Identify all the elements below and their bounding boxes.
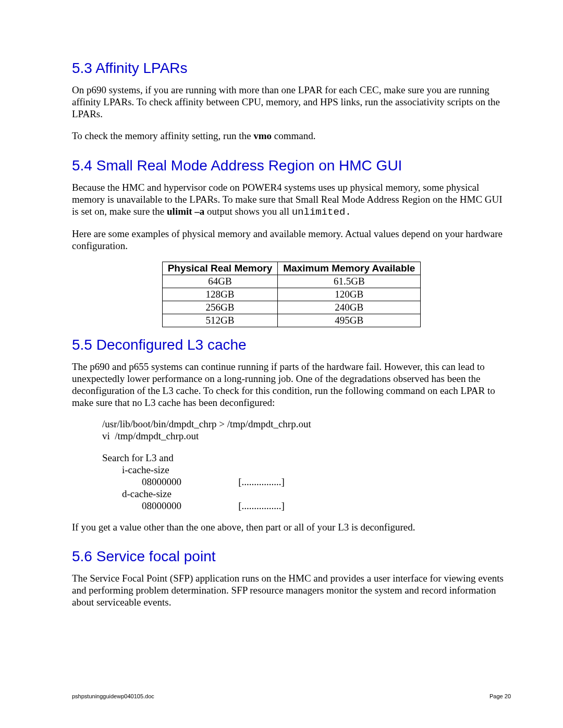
code-line: /usr/lib/boot/bin/dmpdt_chrp > /tmp/dmpd… [102,418,511,430]
cell: 256GB [162,301,278,314]
cell: 240GB [278,301,421,314]
table-row: 128GB 120GB [162,288,421,301]
cell: 495GB [278,314,421,327]
table-row: 256GB 240GB [162,301,421,314]
th-physical: Physical Real Memory [162,262,278,275]
cell: 64GB [162,275,278,288]
th-available: Maximum Memory Available [278,262,421,275]
code-line: vi /tmp/dmpdt_chrp.out [102,430,511,442]
code-line: 08000000 [................] [102,476,511,488]
text: command. [272,130,315,141]
table-row: 64GB 61.5GB [162,275,421,288]
document-page: 5.3 Affinity LPARs On p690 systems, if y… [0,0,563,608]
cell: 61.5GB [278,275,421,288]
footer-filename: pshpstuningguidewp040105.doc [72,693,154,699]
heading-5-3: 5.3 Affinity LPARs [72,60,511,77]
cmd-vmo: vmo [253,130,272,141]
code-line: i-cache-size [102,464,511,476]
code-line: d-cache-size [102,488,511,500]
cell: 128GB [162,288,278,301]
cmd-ulimit: ulimit –a [167,206,204,217]
para-5-3-1: On p690 systems, if you are running with… [72,84,511,120]
footer-page-number: Page 20 [489,693,511,699]
para-5-3-2: To check the memory affinity setting, ru… [72,130,511,142]
value-unlimited: unlimited. [292,206,351,218]
para-5-6-1: The Service Focal Point (SFP) applicatio… [72,572,511,609]
text: To check the memory affinity setting, ru… [72,130,253,141]
code-block-commands: /usr/lib/boot/bin/dmpdt_chrp > /tmp/dmpd… [72,418,511,442]
para-5-5-2: If you get a value other than the one ab… [72,521,511,533]
para-5-4-1: Because the HMC and hypervisor code on P… [72,181,511,219]
code-block-search: Search for L3 and i-cache-size 08000000 … [72,452,511,512]
para-5-5-1: The p690 and p655 systems can continue r… [72,361,511,409]
page-footer: pshpstuningguidewp040105.doc Page 20 [72,693,511,699]
heading-5-6: 5.6 Service focal point [72,548,511,565]
memory-table: Physical Real Memory Maximum Memory Avai… [162,262,421,327]
code-line: 08000000 [................] [102,500,511,512]
cell: 512GB [162,314,278,327]
para-5-4-2: Here are some examples of physical memor… [72,228,511,252]
text: output shows you all [204,206,291,217]
table-row: 512GB 495GB [162,314,421,327]
heading-5-4: 5.4 Small Real Mode Address Region on HM… [72,157,511,174]
code-line: Search for L3 and [102,452,511,464]
heading-5-5: 5.5 Deconfigured L3 cache [72,337,511,353]
table-header-row: Physical Real Memory Maximum Memory Avai… [162,262,421,275]
cell: 120GB [278,288,421,301]
